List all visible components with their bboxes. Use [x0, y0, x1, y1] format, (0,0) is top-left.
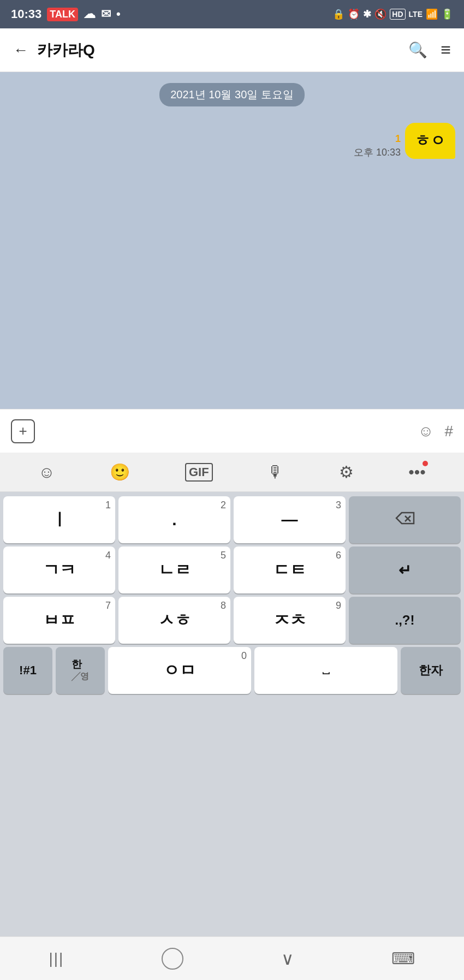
mail-icon: ✉	[101, 7, 111, 21]
key-row-1: 1 ㅣ 2 . 3 —	[3, 496, 461, 543]
key-char-7: ㅂㅍ	[43, 609, 76, 632]
delete-icon	[394, 510, 416, 530]
mute-icon: 🔇	[374, 8, 386, 20]
key-lang-label: 한╱영	[72, 659, 89, 682]
key-char-1: ㅣ	[51, 509, 68, 531]
talk-icon: TALK	[47, 8, 78, 21]
key-char-punct: .,?!	[395, 613, 415, 628]
key-num-5: 5	[221, 550, 226, 561]
key-hanja-label: 한자	[419, 662, 443, 679]
key-3[interactable]: 3 —	[234, 496, 346, 543]
korean-keyboard: 1 ㅣ 2 . 3 — 4 ㄱㅋ 5 ㄴㄹ	[0, 492, 464, 936]
nav-back-icon[interactable]: |||	[49, 950, 64, 967]
alarm-icon: ⏰	[348, 8, 360, 20]
sticker-toolbar-icon[interactable]: 🙂	[110, 462, 130, 482]
key-symbol-label: !#1	[19, 663, 37, 678]
key-enter[interactable]: ↵	[349, 547, 461, 593]
key-char-0: ㅇㅁ	[163, 660, 196, 682]
key-row-4: !#1 한╱영 0 ㅇㅁ ⎵ 한자	[3, 647, 461, 694]
key-num-8: 8	[221, 600, 226, 611]
chat-title: 카카라Q	[37, 40, 408, 61]
key-6[interactable]: 6 ㄷㅌ	[234, 547, 346, 593]
key-hanja[interactable]: 한자	[401, 647, 461, 694]
lte-icon: LTE	[409, 10, 423, 19]
search-icon[interactable]: 🔍	[408, 41, 427, 59]
add-icon: +	[19, 423, 27, 439]
key-char-2: .	[172, 510, 176, 529]
key-7[interactable]: 7 ㅂㅍ	[3, 597, 115, 644]
status-time: 10:33	[11, 7, 41, 21]
key-num-2: 2	[221, 500, 226, 511]
key-num-4: 4	[105, 550, 111, 561]
signal-icon: 📶	[426, 8, 438, 20]
key-2[interactable]: 2 .	[118, 496, 230, 543]
battery-icon: 🔋	[441, 8, 453, 20]
key-lang[interactable]: 한╱영	[56, 647, 105, 694]
key-char-3: —	[282, 510, 298, 529]
header-icons: 🔍 ≡	[408, 40, 451, 60]
gif-toolbar-icon[interactable]: GIF	[185, 463, 213, 482]
key-0[interactable]: 0 ㅇㅁ	[108, 647, 251, 694]
input-right-icons: ☺ #	[418, 423, 453, 440]
add-button[interactable]: +	[11, 419, 35, 443]
message-row: 1 오후 10:33 ㅎㅇ	[354, 123, 455, 159]
bottom-nav: ||| ∨ ⌨	[0, 936, 464, 980]
key-num-3: 3	[336, 500, 341, 511]
emoji-toolbar-icon[interactable]: ☺	[38, 463, 55, 482]
key-row-2: 4 ㄱㅋ 5 ㄴㄹ 6 ㄷㅌ ↵	[3, 547, 461, 593]
message-unread: 1	[395, 133, 401, 145]
dot-icon: •	[116, 7, 121, 21]
status-bar-left: 10:33 TALK ☁ ✉ •	[11, 7, 121, 21]
enter-icon: ↵	[398, 561, 411, 579]
key-num-1: 1	[105, 500, 111, 511]
cloud-icon: ☁	[84, 7, 96, 21]
message-bubble: ㅎㅇ	[405, 123, 455, 159]
smiley-icon[interactable]: ☺	[418, 423, 434, 440]
key-8[interactable]: 8 ㅅㅎ	[118, 597, 230, 644]
key-row-3: 7 ㅂㅍ 8 ㅅㅎ 9 ㅈㅊ .,?!	[3, 597, 461, 644]
space-icon: ⎵	[323, 664, 329, 677]
key-delete[interactable]	[349, 496, 461, 543]
key-char-4: ㄱㅋ	[43, 559, 76, 581]
message-meta: 1 오후 10:33	[354, 133, 401, 159]
key-char-6: ㄷㅌ	[273, 559, 306, 581]
more-toolbar-icon[interactable]: •••	[408, 463, 426, 482]
nav-home-icon[interactable]	[162, 948, 183, 970]
lock-icon: 🔒	[332, 8, 344, 20]
app-header: ← 카카라Q 🔍 ≡	[0, 28, 464, 72]
key-char-8: ㅅㅎ	[158, 609, 191, 632]
key-char-5: ㄴㄹ	[158, 559, 191, 581]
key-punct[interactable]: .,?!	[349, 597, 461, 644]
nav-down-icon[interactable]: ∨	[281, 948, 294, 969]
hd-icon: HD	[390, 9, 405, 20]
key-num-9: 9	[336, 600, 341, 611]
key-char-9: ㅈㅊ	[273, 609, 306, 632]
text-input-area[interactable]	[44, 419, 409, 444]
nav-keyboard-icon[interactable]: ⌨	[391, 949, 415, 968]
key-num-0: 0	[241, 650, 247, 662]
message-time: 오후 10:33	[354, 146, 401, 159]
key-symbol[interactable]: !#1	[3, 647, 52, 694]
status-bar: 10:33 TALK ☁ ✉ • 🔒 ⏰ ✱ 🔇 HD LTE 📶 🔋	[0, 0, 464, 28]
bluetooth-icon: ✱	[363, 8, 371, 20]
mic-toolbar-icon[interactable]: 🎙	[267, 463, 284, 482]
key-5[interactable]: 5 ㄴㄹ	[118, 547, 230, 593]
key-4[interactable]: 4 ㄱㅋ	[3, 547, 115, 593]
hashtag-icon[interactable]: #	[444, 423, 453, 440]
back-button[interactable]: ←	[13, 41, 28, 59]
date-badge: 2021년 10월 30일 토요일	[159, 83, 305, 106]
settings-toolbar-icon[interactable]: ⚙	[339, 462, 354, 482]
status-bar-right: 🔒 ⏰ ✱ 🔇 HD LTE 📶 🔋	[332, 8, 453, 20]
menu-icon[interactable]: ≡	[441, 40, 451, 60]
notification-dot	[423, 461, 428, 466]
key-num-6: 6	[336, 550, 341, 561]
key-space[interactable]: ⎵	[254, 647, 397, 694]
chat-area: 2021년 10월 30일 토요일 1 오후 10:33 ㅎㅇ	[0, 72, 464, 409]
keyboard-toolbar: ☺ 🙂 GIF 🎙 ⚙ •••	[0, 453, 464, 492]
key-9[interactable]: 9 ㅈㅊ	[234, 597, 346, 644]
key-num-7: 7	[105, 600, 111, 611]
key-1[interactable]: 1 ㅣ	[3, 496, 115, 543]
chat-messages: 1 오후 10:33 ㅎㅇ	[9, 123, 455, 163]
input-bar: + ☺ #	[0, 409, 464, 453]
